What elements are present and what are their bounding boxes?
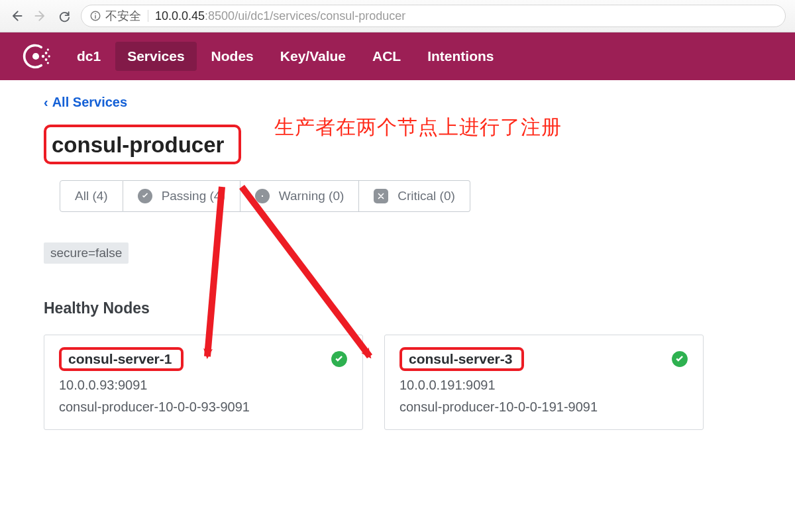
- node-name-highlight: consul-server-3: [399, 347, 524, 371]
- node-service-id: consul-producer-10-0-0-93-9091: [59, 399, 348, 415]
- node-name: consul-server-3: [409, 351, 512, 366]
- filter-critical[interactable]: Critical (0): [359, 180, 470, 212]
- annotation-text: 生产者在两个节点上进行了注册: [274, 114, 562, 141]
- nav-kv[interactable]: Key/Value: [268, 42, 358, 71]
- svg-point-5: [45, 52, 48, 54]
- nav-intentions[interactable]: Intentions: [415, 42, 505, 71]
- page-body: ‹ All Services consul-producer 生产者在两个节点上…: [0, 80, 795, 445]
- warning-icon: [255, 189, 270, 203]
- url-text: 10.0.0.45:8500/ui/dc1/services/consul-pr…: [155, 9, 405, 23]
- filter-passing-label: Passing (4): [162, 189, 225, 203]
- reload-icon: [58, 9, 71, 23]
- svg-rect-10: [262, 195, 263, 197]
- service-title-highlight: consul-producer: [44, 125, 241, 164]
- nav-nodes[interactable]: Nodes: [199, 42, 266, 71]
- filter-critical-label: Critical (0): [398, 189, 455, 203]
- browser-chrome: 不安全 10.0.0.45:8500/ui/dc1/services/consu…: [0, 0, 795, 32]
- svg-rect-1: [95, 15, 96, 19]
- filter-all-label: All (4): [75, 189, 108, 203]
- node-service-id: consul-producer-10-0-0-191-9091: [399, 399, 688, 415]
- node-name: consul-server-1: [68, 351, 172, 366]
- forward-button[interactable]: [33, 9, 48, 23]
- health-filter-tabs: All (4) Passing (4) Warning (0) Critical…: [60, 180, 751, 212]
- nav-datacenter[interactable]: dc1: [65, 42, 113, 71]
- consul-logo-icon: [21, 42, 50, 71]
- node-address: 10.0.0.191:9091: [399, 378, 688, 393]
- url-separator: [148, 10, 148, 22]
- node-card[interactable]: consul-server-3 10.0.0.191:9091 consul-p…: [384, 335, 704, 430]
- back-button[interactable]: [9, 9, 24, 23]
- node-cards: consul-server-1 10.0.0.93:9091 consul-pr…: [44, 335, 751, 430]
- filter-warning[interactable]: Warning (0): [240, 180, 360, 212]
- reload-button[interactable]: [57, 9, 72, 23]
- svg-point-9: [47, 62, 49, 64]
- main-nav: dc1 Services Nodes Key/Value ACL Intenti…: [65, 42, 506, 71]
- healthy-icon: [331, 350, 348, 368]
- svg-point-8: [48, 55, 50, 57]
- check-icon: [138, 189, 152, 203]
- site-info[interactable]: 不安全: [89, 8, 141, 24]
- node-address: 10.0.0.93:9091: [59, 378, 348, 393]
- svg-rect-2: [95, 13, 96, 15]
- node-name-highlight: consul-server-1: [59, 347, 184, 371]
- app-header: dc1 Services Nodes Key/Value ACL Intenti…: [0, 32, 795, 80]
- breadcrumb-arrow-icon: ‹: [44, 95, 48, 110]
- consul-logo[interactable]: [20, 40, 52, 72]
- service-name: consul-producer: [52, 133, 224, 158]
- nav-services[interactable]: Services: [115, 42, 196, 71]
- info-icon: [89, 10, 101, 22]
- breadcrumb: ‹ All Services: [44, 95, 751, 110]
- nav-acl[interactable]: ACL: [360, 42, 413, 71]
- node-card[interactable]: consul-server-1 10.0.0.93:9091 consul-pr…: [44, 335, 363, 430]
- svg-point-6: [45, 58, 48, 61]
- healthy-icon: [671, 350, 688, 368]
- filter-all[interactable]: All (4): [60, 180, 123, 212]
- breadcrumb-all-services[interactable]: All Services: [52, 95, 127, 110]
- url-bar[interactable]: 不安全 10.0.0.45:8500/ui/dc1/services/consu…: [81, 5, 786, 27]
- insecure-label: 不安全: [105, 8, 141, 24]
- critical-icon: [374, 189, 388, 203]
- arrow-right-icon: [34, 9, 47, 23]
- filter-passing[interactable]: Passing (4): [123, 180, 240, 212]
- arrow-left-icon: [10, 9, 23, 23]
- svg-point-7: [47, 48, 49, 50]
- svg-point-4: [42, 55, 44, 58]
- healthy-nodes-heading: Healthy Nodes: [44, 299, 751, 317]
- filter-warning-label: Warning (0): [279, 189, 344, 203]
- svg-point-3: [32, 53, 39, 60]
- service-tag: secure=false: [44, 242, 129, 264]
